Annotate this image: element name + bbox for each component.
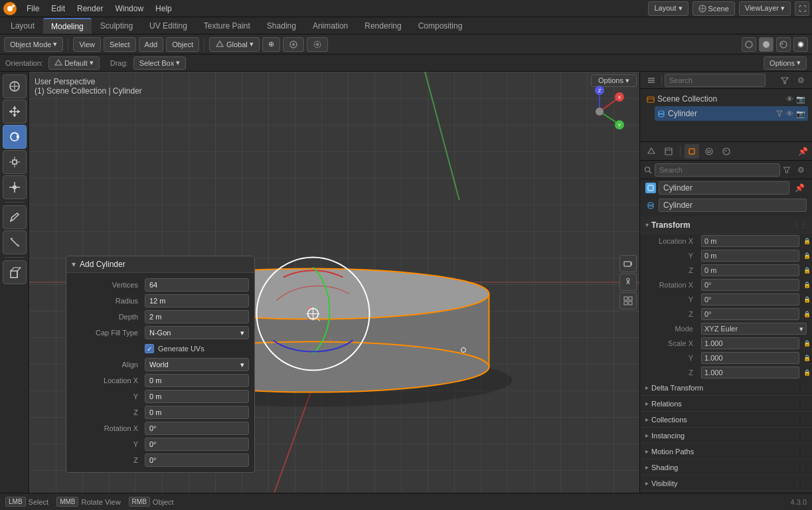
obj-name-pin-btn[interactable]: 📌 xyxy=(792,181,807,195)
rotation-y-input[interactable]: 0° xyxy=(145,438,249,451)
cursor-tool-btn[interactable] xyxy=(3,74,27,98)
data-name-input[interactable] xyxy=(659,199,807,212)
outliner-cylinder-item[interactable]: Cylinder 👁 📷 xyxy=(655,106,808,121)
scene-name-btn[interactable]: Scene xyxy=(692,1,735,16)
motion-paths-section[interactable]: ▸ Motion Paths ⋮⋮ xyxy=(640,444,812,460)
rotation-y-prop-input[interactable] xyxy=(701,294,799,305)
fullscreen-btn[interactable]: ⛶ xyxy=(795,1,809,16)
outliner-settings-btn[interactable]: ⚙ xyxy=(793,73,808,88)
scene-collection-cam[interactable]: 📷 xyxy=(796,95,805,104)
walk-nav-btn[interactable] xyxy=(619,274,637,291)
proportional-btn[interactable] xyxy=(307,37,328,52)
location-x-lock-icon[interactable]: 🔒 xyxy=(802,236,811,246)
menu-edit[interactable]: Edit xyxy=(46,3,70,15)
location-z-prop-input[interactable] xyxy=(701,264,799,276)
menu-render[interactable]: Render xyxy=(72,3,108,15)
radius-input[interactable]: 12 m xyxy=(145,294,249,307)
orientation-dropdown[interactable]: Default ▾ xyxy=(48,56,100,70)
grid-display-btn[interactable] xyxy=(619,292,637,309)
tab-modeling[interactable]: Modeling xyxy=(43,18,92,34)
tab-compositing[interactable]: Compositing xyxy=(410,18,471,34)
camera-view-btn[interactable] xyxy=(619,255,637,272)
properties-search-input[interactable] xyxy=(655,163,780,177)
viewport-solid-btn[interactable] xyxy=(759,37,773,52)
rotation-x-input[interactable]: 0° xyxy=(145,422,249,435)
add-cube-btn[interactable] xyxy=(3,260,27,284)
outliner-filter-btn[interactable] xyxy=(777,73,792,88)
viewport[interactable]: User Perspective (1) Scene Collection | … xyxy=(29,72,639,493)
tab-sculpting[interactable]: Sculpting xyxy=(92,18,141,34)
location-y-lock-icon[interactable]: 🔒 xyxy=(802,251,811,260)
add-cylinder-header[interactable]: ▾ Add Cylinder xyxy=(66,256,254,273)
tab-layout[interactable]: Layout xyxy=(3,18,42,34)
cylinder-eye[interactable]: 👁 xyxy=(786,110,793,118)
menu-help[interactable]: Help xyxy=(150,3,177,15)
measure-btn[interactable] xyxy=(3,230,27,254)
tab-shading[interactable]: Shading xyxy=(259,18,304,34)
outliner-scene-collection[interactable]: Scene Collection 👁 📷 xyxy=(644,92,808,106)
scene-collection-eye[interactable]: 👁 xyxy=(786,95,793,103)
layout-dropdown[interactable]: Layout ▾ xyxy=(648,1,688,16)
scale-tool-btn[interactable] xyxy=(3,150,27,174)
depth-input[interactable]: 2 m xyxy=(145,310,249,323)
generate-uvs-checkbox[interactable]: ✓ xyxy=(145,344,154,353)
outliner-icon-btn[interactable] xyxy=(644,73,659,88)
move-tool-btn[interactable] xyxy=(3,100,27,124)
rotation-x-prop-input[interactable] xyxy=(701,279,799,291)
scale-x-lock-icon[interactable]: 🔒 xyxy=(802,339,811,348)
vertices-input[interactable]: 64 xyxy=(145,278,249,292)
annotate-btn[interactable] xyxy=(3,205,27,229)
location-x-input[interactable]: 0 m xyxy=(145,374,249,387)
rotate-tool-btn[interactable] xyxy=(3,125,27,149)
pivot-btn[interactable]: ⊕ xyxy=(262,37,280,52)
scale-y-lock-icon[interactable]: 🔒 xyxy=(802,353,811,363)
cap-fill-dropdown[interactable]: N-Gon ▾ xyxy=(145,326,249,339)
navigation-gizmo[interactable]: Z X Y xyxy=(573,85,626,138)
menu-file[interactable]: File xyxy=(21,3,44,15)
scale-x-prop-input[interactable] xyxy=(701,337,799,349)
object-name-input[interactable] xyxy=(659,181,789,195)
viewlayer-btn[interactable]: ViewLayer ▾ xyxy=(739,1,791,16)
viewport-material-btn[interactable] xyxy=(776,37,791,52)
tab-uv-editing[interactable]: UV Editing xyxy=(141,18,195,34)
transform-section-header[interactable]: ▾ Transform ⋮⋮ xyxy=(640,216,812,234)
outliner-search-input[interactable] xyxy=(665,74,766,87)
properties-renderlayer-btn[interactable] xyxy=(661,144,676,159)
location-y-input[interactable]: 0 m xyxy=(145,390,249,403)
snap-btn[interactable] xyxy=(283,37,304,52)
pin-icon-btn[interactable]: 📌 xyxy=(798,147,808,156)
rotation-z-lock-icon[interactable]: 🔒 xyxy=(802,309,811,319)
transform-orientation-dropdown[interactable]: Global ▾ xyxy=(209,37,260,52)
add-btn[interactable]: Add xyxy=(139,37,164,52)
tab-rendering[interactable]: Rendering xyxy=(357,18,409,34)
location-x-prop-input[interactable] xyxy=(701,235,799,247)
object-btn[interactable]: Object xyxy=(166,37,199,52)
instancing-section[interactable]: ▸ Instancing ⋮⋮ xyxy=(640,428,812,444)
location-z-input[interactable]: 0 m xyxy=(145,406,249,419)
scale-z-prop-input[interactable] xyxy=(701,367,799,379)
view-btn[interactable]: View xyxy=(73,37,101,52)
visibility-section[interactable]: ▸ Visibility ⋮⋮ xyxy=(640,475,812,491)
select-btn[interactable]: Select xyxy=(104,37,136,52)
mode-dropdown-prop[interactable]: XYZ Euler ▾ xyxy=(701,323,807,335)
tab-texture-paint[interactable]: Texture Paint xyxy=(196,18,258,34)
material-properties-btn[interactable] xyxy=(719,144,734,159)
options-dropdown[interactable]: Options ▾ xyxy=(764,56,807,70)
object-properties-btn[interactable] xyxy=(685,144,699,159)
rotation-z-prop-input[interactable] xyxy=(701,308,799,320)
viewport-wire-btn[interactable] xyxy=(742,37,756,52)
cylinder-cam[interactable]: 📷 xyxy=(796,110,805,118)
location-z-lock-icon[interactable]: 🔒 xyxy=(802,266,811,275)
menu-window[interactable]: Window xyxy=(110,3,149,15)
scale-z-lock-icon[interactable]: 🔒 xyxy=(802,368,811,377)
relations-section[interactable]: ▸ Relations ⋮⋮ xyxy=(640,396,812,412)
rotation-y-lock-icon[interactable]: 🔒 xyxy=(802,295,811,304)
drag-dropdown[interactable]: Select Box ▾ xyxy=(133,56,187,70)
tab-animation[interactable]: Animation xyxy=(305,18,356,34)
properties-settings-icon-btn[interactable]: ⚙ xyxy=(793,163,808,177)
scale-y-prop-input[interactable] xyxy=(701,352,799,364)
delta-transform-section[interactable]: ▸ Delta Transform ⋮⋮ xyxy=(640,380,812,396)
modifier-properties-btn[interactable] xyxy=(702,144,716,159)
rotation-z-input[interactable]: 0° xyxy=(145,454,249,467)
shading-section[interactable]: ▸ Shading ⋮⋮ xyxy=(640,460,812,475)
